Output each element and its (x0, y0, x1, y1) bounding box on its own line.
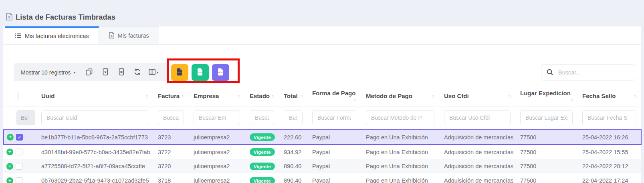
expand-row-icon[interactable]: + (6, 177, 13, 183)
excel-file-icon: x (102, 68, 109, 77)
filter-factura-input[interactable] (158, 110, 184, 125)
column-header-uuid[interactable]: Uuid↑↓ (36, 85, 153, 107)
cell-lugar: 77500 (515, 145, 577, 159)
filter-metodo-de-pago-input[interactable] (366, 110, 434, 125)
cell-factura: 3723 (153, 130, 189, 145)
svg-text:$: $ (8, 15, 10, 19)
cell-forma: Paypal (307, 159, 361, 173)
export-button-group: PDF </> PDF (171, 64, 229, 81)
invoice-icon: $ (6, 13, 12, 22)
filter-fecha-sello-input[interactable] (582, 110, 636, 125)
cell-metodo: Pago en Una Exhibición (361, 145, 439, 159)
cell-metodo: Pago en Una Exhibición (361, 159, 439, 173)
cell-metodo: Pago en Una Exhibición (361, 173, 439, 183)
table-row[interactable]: +✓ be1b377f-b11a-5bc6-967a-2a75ccbf1773 … (4, 130, 641, 145)
cell-fecha: 22-04-2022 20:12 (577, 159, 641, 173)
select-all-checkbox[interactable] (18, 92, 18, 100)
tab-label: Mis facturas (118, 32, 149, 39)
table-row[interactable]: + a7725580-fd72-5f21-a8f7-09aca45ccdfe 3… (4, 159, 641, 173)
cell-uuid: 0b763029-2ba2-5f1a-9473-c1072ad32fe5 (36, 173, 153, 183)
tab-mis-facturas-electronicas[interactable]: Mis facturas electronicas (5, 26, 99, 44)
page-title: Lista de Facturas Timbradas (16, 13, 115, 22)
filter-total-input[interactable] (284, 110, 303, 125)
export-pdf-purple-button[interactable]: PDF (212, 64, 229, 81)
sort-icon[interactable]: ↑↓ (353, 97, 356, 102)
column-header-total[interactable]: Total↑↓ (279, 85, 307, 107)
export-pdf-yellow-button[interactable]: PDF (171, 64, 188, 81)
cell-lugar: 77500 (515, 130, 577, 145)
page-length-dropdown[interactable]: Mostrar 10 registros ▾ (21, 69, 76, 76)
table-toolbar: Mostrar 10 registros ▾ x (14, 63, 635, 81)
content-card: Mis facturas electronicas $ Mis facturas… (3, 26, 641, 183)
cell-forma: Paypal (307, 145, 361, 159)
row-checkbox[interactable]: ✓ (16, 134, 23, 141)
filter-forma-de-pago-input[interactable] (312, 110, 356, 125)
column-header-forma-de-pago[interactable]: Forma de Pago↑↓ (307, 85, 361, 107)
row-checkbox[interactable] (16, 149, 22, 155)
tab-mis-facturas[interactable]: $ Mis facturas (99, 26, 159, 44)
sort-icon[interactable]: ↑↓ (634, 93, 636, 98)
tab-bar: Mis facturas electronicas $ Mis facturas (3, 26, 641, 45)
row-checkbox[interactable] (16, 163, 22, 170)
expand-row-icon[interactable]: + (6, 149, 13, 155)
status-badge: Vigente (250, 163, 275, 170)
search-input[interactable] (541, 64, 635, 80)
column-header-uso-cfdi[interactable]: Uso Cfdi↑↓ (439, 85, 515, 107)
cell-uso: Adquisición de mercancías (439, 130, 515, 145)
filter-empresa-input[interactable] (194, 110, 240, 125)
svg-text:$: $ (111, 34, 112, 37)
cell-uuid: a7725580-fd72-5f21-a8f7-09aca45ccdfe (36, 159, 153, 173)
expand-row-icon[interactable]: + (6, 163, 13, 170)
xml-file-icon: </> (196, 68, 204, 77)
export-xml-green-button[interactable]: </> (192, 64, 209, 81)
status-badge: Vigente (250, 133, 275, 141)
cell-empresa: julioempresa2 (189, 145, 245, 159)
export-excel-button[interactable]: x (97, 64, 113, 80)
sort-icon[interactable]: ↑↓ (181, 93, 184, 98)
export-file-button[interactable] (113, 64, 129, 80)
cell-fecha: 25-04-2022 16:26 (577, 130, 641, 145)
svg-text:PDF: PDF (178, 71, 182, 74)
filter-estado-input[interactable] (250, 110, 274, 125)
table-header-row: Uuid↑↓ Factura↑↓ Empresa↑↓ Estado↑↓ Tota… (4, 85, 641, 107)
refresh-button[interactable] (129, 64, 145, 80)
filter-lugar-expedicion-input[interactable] (520, 110, 573, 125)
sort-icon[interactable]: ↑↓ (508, 93, 511, 98)
cell-empresa: julioempresa2 (189, 173, 245, 183)
expand-row-icon[interactable]: + (7, 134, 14, 141)
sort-icon[interactable]: ↑↓ (237, 93, 240, 98)
filter-uso-cfdi-input[interactable] (444, 110, 511, 125)
status-badge: Vigente (250, 177, 275, 183)
copy-button[interactable] (81, 64, 97, 80)
sort-icon[interactable]: ↑↓ (432, 93, 434, 98)
column-header-factura[interactable]: Factura↑↓ (153, 85, 189, 107)
column-header-metodo-de-pago[interactable]: Metodo de Pago↑↓ (361, 85, 439, 107)
cell-lugar: 77500 (515, 159, 577, 173)
cell-factura: 3722 (153, 145, 189, 159)
sort-icon[interactable]: ↑↓ (300, 93, 303, 98)
column-visibility-button[interactable]: ▾ (145, 64, 162, 80)
cell-fecha: 25-04-2022 15:55 (577, 145, 641, 159)
column-header-empresa[interactable]: Empresa↑↓ (189, 85, 245, 107)
cell-uso: Adquisición de mercancías (439, 145, 515, 159)
filter-uuid-input[interactable] (41, 110, 148, 125)
column-header-estado[interactable]: Estado↑↓ (245, 85, 279, 107)
row-checkbox[interactable] (16, 177, 22, 183)
list-icon (15, 33, 21, 40)
table-row[interactable]: + d30148bd-99e0-577c-b0ac-3435e82e7fab 3… (4, 145, 641, 159)
cell-total: 934.92 (279, 145, 307, 159)
filter-select-input (16, 110, 35, 125)
table-row[interactable]: + 0b763029-2ba2-5f1a-9473-c1072ad32fe5 3… (4, 173, 641, 183)
cell-forma: Paypal (307, 130, 361, 145)
chevron-down-icon: ▾ (73, 70, 75, 74)
column-header-fecha-sello[interactable]: Fecha Sello↑↓ (577, 85, 641, 107)
sort-icon[interactable]: ↑↓ (145, 93, 148, 98)
datatable-button-bar: Mostrar 10 registros ▾ x (14, 63, 167, 81)
cell-empresa: julioempresa2 (189, 159, 245, 173)
sort-icon[interactable]: ↑↓ (570, 97, 573, 102)
document-icon (118, 68, 125, 77)
cell-total: 890.40 (279, 159, 307, 173)
sort-icon[interactable]: ↑↓ (271, 93, 274, 98)
column-header-lugar-expedicion[interactable]: Lugar Expedicion↑↓ (515, 85, 577, 107)
cell-uso: Adquisición de mercancías (439, 159, 515, 173)
